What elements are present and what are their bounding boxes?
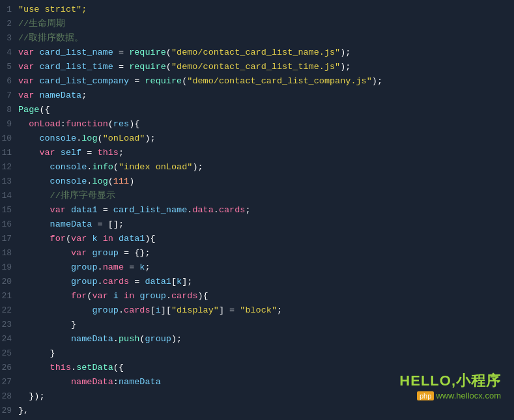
token: group: [71, 277, 98, 287]
token: "index onLoad": [119, 162, 192, 172]
line-number: 29: [0, 404, 18, 418]
token: (: [108, 176, 113, 186]
token: log: [92, 176, 107, 186]
line-content: "use strict";: [18, 3, 511, 17]
token: "demo/contact_card_list_time.js": [171, 62, 340, 72]
token: [113, 234, 119, 244]
token: }: [71, 320, 76, 329]
token: card_list_name: [113, 205, 187, 215]
token: });: [29, 391, 44, 401]
code-line: 22 group.cards[i]["display"] = "block";: [0, 303, 514, 318]
token: ;: [81, 91, 87, 100]
token: require: [145, 76, 182, 86]
line-number: 1: [0, 3, 18, 17]
token: ): [129, 176, 134, 186]
line-number: 21: [0, 289, 18, 303]
token: card_list_name: [39, 48, 113, 57]
line-number: 18: [0, 246, 18, 260]
token: cards: [124, 305, 150, 315]
line-number: 8: [0, 103, 18, 117]
token: =: [129, 277, 145, 287]
token: =: [124, 262, 139, 272]
token: .: [166, 291, 171, 301]
line-number: 10: [0, 132, 18, 146]
line-number: 15: [0, 203, 18, 217]
token: [18, 348, 50, 358]
token: "display": [171, 305, 219, 315]
line-number: 3: [0, 31, 18, 46]
token: for: [50, 234, 66, 244]
token: var: [71, 234, 92, 244]
code-line: 4var card_list_name = require("demo/cont…: [0, 46, 514, 60]
line-content: //取排序数据。: [18, 31, 511, 46]
token: card_list_time: [39, 62, 113, 72]
token: ){: [198, 291, 208, 301]
token: }: [50, 348, 55, 358]
token: .: [214, 205, 219, 215]
line-content: var nameData;: [18, 89, 511, 103]
token: "block": [240, 305, 277, 315]
code-line: 7var nameData;: [0, 89, 514, 103]
watermark-title: HELLO,小程序: [399, 371, 501, 391]
line-number: 20: [0, 275, 18, 289]
line-number: 7: [0, 89, 18, 103]
token: .: [113, 334, 119, 344]
line-number: 14: [0, 189, 18, 203]
token: [18, 291, 71, 301]
token: in: [103, 234, 113, 244]
line-content: group.cards = data1[k];: [18, 275, 511, 289]
token: cards: [171, 291, 198, 301]
token: "demo/contact_card_list_company.js": [187, 76, 372, 86]
line-content: nameData = [];: [18, 217, 511, 232]
token: log: [81, 133, 97, 143]
line-content: group.name = k;: [18, 260, 511, 275]
code-editor: 1"use strict";2//生命周期3//取排序数据。4var card_…: [0, 0, 514, 420]
line-content: console.info("index onLoad");: [18, 160, 511, 175]
token: var: [92, 291, 113, 301]
line-number: 25: [0, 346, 18, 361]
token: );: [171, 334, 182, 344]
token: //取排序数据。: [18, 33, 83, 43]
token: );: [340, 48, 350, 57]
code-line: 3//取排序数据。: [0, 31, 514, 46]
code-line: 13 console.log(111): [0, 175, 514, 189]
token: i: [113, 291, 119, 301]
token: .: [119, 305, 124, 315]
php-badge: php: [417, 391, 434, 400]
code-line: 24 nameData.push(group);: [0, 332, 514, 346]
token: =: [81, 148, 97, 158]
line-content: var card_list_name = require("demo/conta…: [18, 46, 511, 60]
line-number: 5: [0, 60, 18, 74]
token: [18, 391, 29, 401]
token: data: [192, 205, 213, 215]
token: group: [139, 291, 166, 301]
token: group: [145, 334, 171, 344]
token: [: [150, 305, 156, 315]
token: var: [39, 148, 60, 158]
token: (: [113, 162, 119, 172]
line-content: var group = {};: [18, 246, 511, 260]
token: ({: [39, 105, 50, 115]
token: console: [39, 133, 76, 143]
token: nameData: [71, 377, 113, 387]
line-number: 22: [0, 303, 18, 318]
token: cards: [219, 205, 246, 215]
line-content: var card_list_company = require("demo/co…: [18, 74, 511, 89]
token: [119, 291, 124, 301]
token: [18, 363, 50, 372]
token: push: [119, 334, 139, 344]
token: [: [171, 277, 177, 287]
code-line: 14 //排序字母显示: [0, 189, 514, 203]
line-number: 27: [0, 375, 18, 389]
line-number: 23: [0, 318, 18, 332]
line-number: 11: [0, 146, 18, 160]
line-content: console.log(111): [18, 175, 511, 189]
token: },: [18, 406, 29, 415]
line-content: for(var k in data1){: [18, 232, 511, 246]
token: var: [18, 76, 39, 86]
token: (: [166, 62, 171, 72]
token: var: [71, 248, 92, 258]
token: = [];: [92, 219, 124, 229]
token: (: [98, 133, 103, 143]
token: name: [103, 262, 124, 272]
